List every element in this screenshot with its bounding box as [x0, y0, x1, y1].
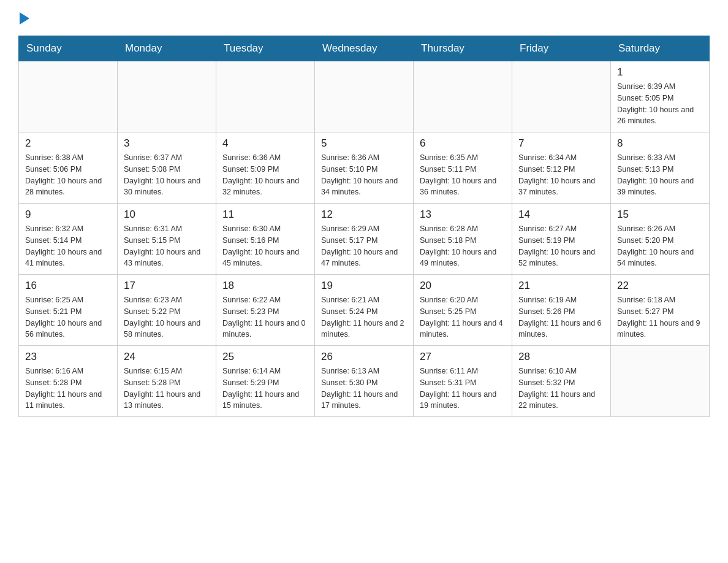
day-info: Sunrise: 6:19 AMSunset: 5:26 PMDaylight:… — [518, 294, 604, 340]
calendar-cell — [19, 61, 118, 132]
day-number: 17 — [124, 280, 210, 292]
day-number: 25 — [222, 351, 308, 363]
day-info: Sunrise: 6:27 AMSunset: 5:19 PMDaylight:… — [518, 223, 604, 269]
day-info: Sunrise: 6:35 AMSunset: 5:11 PMDaylight:… — [420, 152, 506, 198]
day-number: 24 — [124, 351, 210, 363]
calendar-cell: 9Sunrise: 6:32 AMSunset: 5:14 PMDaylight… — [19, 204, 118, 275]
day-info: Sunrise: 6:36 AMSunset: 5:09 PMDaylight:… — [222, 152, 308, 198]
calendar-cell: 3Sunrise: 6:37 AMSunset: 5:08 PMDaylight… — [118, 132, 216, 204]
day-info: Sunrise: 6:36 AMSunset: 5:10 PMDaylight:… — [321, 152, 407, 198]
day-number: 5 — [321, 137, 407, 150]
calendar-cell — [118, 61, 216, 132]
calendar-table: SundayMondayTuesdayWednesdayThursdayFrid… — [18, 36, 710, 417]
day-number: 3 — [124, 137, 210, 150]
calendar-week-4: 16Sunrise: 6:25 AMSunset: 5:21 PMDayligh… — [19, 275, 710, 346]
day-info: Sunrise: 6:22 AMSunset: 5:23 PMDaylight:… — [222, 294, 308, 340]
calendar-cell: 16Sunrise: 6:25 AMSunset: 5:21 PMDayligh… — [19, 275, 118, 346]
day-number: 27 — [420, 351, 506, 363]
day-info: Sunrise: 6:18 AMSunset: 5:27 PMDaylight:… — [617, 294, 703, 340]
day-number: 26 — [321, 351, 407, 363]
calendar-cell: 19Sunrise: 6:21 AMSunset: 5:24 PMDayligh… — [315, 275, 414, 346]
calendar-cell: 14Sunrise: 6:27 AMSunset: 5:19 PMDayligh… — [512, 204, 611, 275]
day-number: 20 — [420, 280, 506, 292]
weekday-header-monday: Monday — [118, 36, 216, 61]
day-number: 10 — [124, 209, 210, 221]
day-number: 16 — [25, 280, 111, 292]
calendar-week-5: 23Sunrise: 6:16 AMSunset: 5:28 PMDayligh… — [19, 346, 710, 417]
day-number: 6 — [420, 137, 506, 150]
calendar-cell: 23Sunrise: 6:16 AMSunset: 5:28 PMDayligh… — [19, 346, 118, 417]
day-info: Sunrise: 6:28 AMSunset: 5:18 PMDaylight:… — [420, 223, 506, 269]
day-info: Sunrise: 6:38 AMSunset: 5:06 PMDaylight:… — [25, 152, 111, 198]
calendar-cell: 24Sunrise: 6:15 AMSunset: 5:28 PMDayligh… — [118, 346, 216, 417]
calendar-cell: 10Sunrise: 6:31 AMSunset: 5:15 PMDayligh… — [118, 204, 216, 275]
day-number: 7 — [518, 137, 604, 150]
calendar-cell — [512, 61, 611, 132]
calendar-cell: 7Sunrise: 6:34 AMSunset: 5:12 PMDaylight… — [512, 132, 611, 204]
weekday-header-wednesday: Wednesday — [315, 36, 414, 61]
calendar-week-1: 1Sunrise: 6:39 AMSunset: 5:05 PMDaylight… — [19, 61, 710, 132]
day-number: 1 — [617, 66, 703, 79]
day-info: Sunrise: 6:10 AMSunset: 5:32 PMDaylight:… — [518, 366, 604, 412]
day-info: Sunrise: 6:21 AMSunset: 5:24 PMDaylight:… — [321, 294, 407, 340]
calendar-cell: 25Sunrise: 6:14 AMSunset: 5:29 PMDayligh… — [216, 346, 315, 417]
calendar-cell: 26Sunrise: 6:13 AMSunset: 5:30 PMDayligh… — [315, 346, 414, 417]
day-info: Sunrise: 6:34 AMSunset: 5:12 PMDaylight:… — [518, 152, 604, 198]
day-number: 11 — [222, 209, 308, 221]
day-info: Sunrise: 6:33 AMSunset: 5:13 PMDaylight:… — [617, 152, 703, 198]
calendar-cell: 11Sunrise: 6:30 AMSunset: 5:16 PMDayligh… — [216, 204, 315, 275]
day-number: 21 — [518, 280, 604, 292]
weekday-header-friday: Friday — [512, 36, 611, 61]
calendar-week-3: 9Sunrise: 6:32 AMSunset: 5:14 PMDaylight… — [19, 204, 710, 275]
day-info: Sunrise: 6:25 AMSunset: 5:21 PMDaylight:… — [25, 294, 111, 340]
calendar-cell: 5Sunrise: 6:36 AMSunset: 5:10 PMDaylight… — [315, 132, 414, 204]
day-number: 4 — [222, 137, 308, 150]
day-number: 12 — [321, 209, 407, 221]
weekday-header-tuesday: Tuesday — [216, 36, 315, 61]
day-number: 28 — [518, 351, 604, 363]
calendar-cell: 28Sunrise: 6:10 AMSunset: 5:32 PMDayligh… — [512, 346, 611, 417]
day-info: Sunrise: 6:15 AMSunset: 5:28 PMDaylight:… — [124, 366, 210, 412]
calendar-cell: 12Sunrise: 6:29 AMSunset: 5:17 PMDayligh… — [315, 204, 414, 275]
calendar-week-2: 2Sunrise: 6:38 AMSunset: 5:06 PMDaylight… — [19, 132, 710, 204]
day-info: Sunrise: 6:29 AMSunset: 5:17 PMDaylight:… — [321, 223, 407, 269]
day-info: Sunrise: 6:30 AMSunset: 5:16 PMDaylight:… — [222, 223, 308, 269]
day-number: 2 — [25, 137, 111, 150]
calendar-cell: 27Sunrise: 6:11 AMSunset: 5:31 PMDayligh… — [414, 346, 512, 417]
calendar-cell — [611, 346, 710, 417]
calendar-cell: 22Sunrise: 6:18 AMSunset: 5:27 PMDayligh… — [611, 275, 710, 346]
day-number: 18 — [222, 280, 308, 292]
weekday-header-thursday: Thursday — [414, 36, 512, 61]
calendar-cell — [315, 61, 414, 132]
calendar-cell — [216, 61, 315, 132]
calendar-cell: 4Sunrise: 6:36 AMSunset: 5:09 PMDaylight… — [216, 132, 315, 204]
day-number: 19 — [321, 280, 407, 292]
calendar-cell: 8Sunrise: 6:33 AMSunset: 5:13 PMDaylight… — [611, 132, 710, 204]
day-info: Sunrise: 6:20 AMSunset: 5:25 PMDaylight:… — [420, 294, 506, 340]
day-number: 13 — [420, 209, 506, 221]
day-info: Sunrise: 6:32 AMSunset: 5:14 PMDaylight:… — [25, 223, 111, 269]
day-info: Sunrise: 6:39 AMSunset: 5:05 PMDaylight:… — [617, 81, 703, 127]
calendar-cell: 21Sunrise: 6:19 AMSunset: 5:26 PMDayligh… — [512, 275, 611, 346]
calendar-cell — [414, 61, 512, 132]
day-info: Sunrise: 6:16 AMSunset: 5:28 PMDaylight:… — [25, 366, 111, 412]
day-number: 22 — [617, 280, 703, 292]
day-info: Sunrise: 6:23 AMSunset: 5:22 PMDaylight:… — [124, 294, 210, 340]
calendar-cell: 15Sunrise: 6:26 AMSunset: 5:20 PMDayligh… — [611, 204, 710, 275]
day-info: Sunrise: 6:26 AMSunset: 5:20 PMDaylight:… — [617, 223, 703, 269]
weekday-header-sunday: Sunday — [19, 36, 118, 61]
day-info: Sunrise: 6:37 AMSunset: 5:08 PMDaylight:… — [124, 152, 210, 198]
page-header — [18, 12, 710, 23]
day-number: 23 — [25, 351, 111, 363]
weekday-header-saturday: Saturday — [611, 36, 710, 61]
day-info: Sunrise: 6:13 AMSunset: 5:30 PMDaylight:… — [321, 366, 407, 412]
day-info: Sunrise: 6:31 AMSunset: 5:15 PMDaylight:… — [124, 223, 210, 269]
day-info: Sunrise: 6:11 AMSunset: 5:31 PMDaylight:… — [420, 366, 506, 412]
calendar-cell: 18Sunrise: 6:22 AMSunset: 5:23 PMDayligh… — [216, 275, 315, 346]
calendar-cell: 6Sunrise: 6:35 AMSunset: 5:11 PMDaylight… — [414, 132, 512, 204]
calendar-cell: 20Sunrise: 6:20 AMSunset: 5:25 PMDayligh… — [414, 275, 512, 346]
day-number: 15 — [617, 209, 703, 221]
day-info: Sunrise: 6:14 AMSunset: 5:29 PMDaylight:… — [222, 366, 308, 412]
day-number: 14 — [518, 209, 604, 221]
weekday-header-row: SundayMondayTuesdayWednesdayThursdayFrid… — [19, 36, 710, 61]
